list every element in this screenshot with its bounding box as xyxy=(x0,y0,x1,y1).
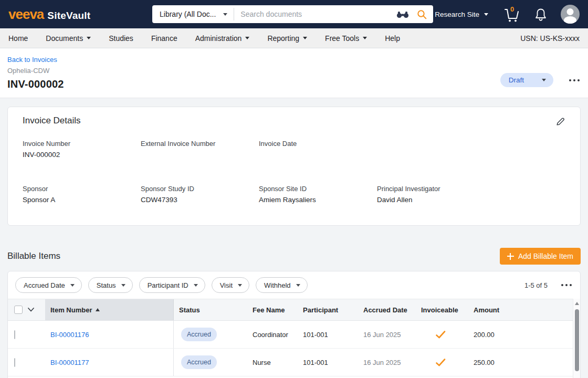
page-content: Invoice Details Invoice Number INV-00000… xyxy=(0,98,588,378)
brand-logo: veeva SiteVault xyxy=(8,7,145,22)
search-scope-label: Library (All Doc... xyxy=(160,10,216,18)
user-avatar[interactable] xyxy=(561,5,580,24)
cart-count-badge: 0 xyxy=(510,5,514,13)
item-number-link[interactable]: BI-00001177 xyxy=(50,359,89,366)
back-to-invoices-link[interactable]: Back to Invoices xyxy=(7,56,57,64)
pencil-icon xyxy=(555,117,565,127)
column-header-item-number[interactable]: Item Number xyxy=(45,299,174,320)
scrollbar-up-arrow[interactable] xyxy=(575,302,579,305)
filter-status[interactable]: Status xyxy=(88,277,133,293)
filter-participant-id[interactable]: Participant ID xyxy=(139,277,205,293)
plus-icon xyxy=(507,253,514,260)
table-row[interactable]: BI-00001177 Accrued Nurse 101-001 16 Jun… xyxy=(8,349,580,376)
column-header-participant[interactable]: Participant xyxy=(298,299,358,320)
nav-item-documents[interactable]: Documents xyxy=(46,34,91,43)
field-sponsor-site-id: Sponsor Site ID Amiem Raysaliers xyxy=(259,185,377,204)
invoice-fields-row-1: Invoice Number INV-000002 External Invoi… xyxy=(23,140,565,159)
study-name: Ophelia-CDW xyxy=(7,67,581,75)
chevron-down-icon xyxy=(484,13,488,16)
nav-item-studies[interactable]: Studies xyxy=(109,34,133,43)
search-input[interactable] xyxy=(234,10,392,18)
search-icon xyxy=(417,9,427,19)
chevron-down-icon xyxy=(542,79,546,81)
filter-accrued-date[interactable]: Accrued Date xyxy=(15,277,82,293)
edit-invoice-button[interactable] xyxy=(555,117,565,127)
search-scope-dropdown[interactable]: Library (All Doc... xyxy=(152,5,234,23)
accrued-date-cell: 16 Jun 2025 xyxy=(358,359,416,366)
field-invoice-date: Invoice Date xyxy=(259,140,377,159)
table-filter-row: Accrued Date Status Participant ID Visit… xyxy=(8,271,580,299)
record-header: Back to Invoices Ophelia-CDW INV-000002 … xyxy=(0,48,588,98)
chevron-down-icon xyxy=(70,284,75,287)
chevron-down-icon xyxy=(87,37,91,39)
chevron-down-icon xyxy=(223,13,227,16)
invoiceable-check-icon xyxy=(436,331,446,339)
nav-item-reporting[interactable]: Reporting xyxy=(267,34,307,43)
add-billable-item-button[interactable]: Add Billable Item xyxy=(500,248,581,265)
table-row[interactable]: BI-00001176 Accrued Coordinator 101-001 … xyxy=(8,321,580,349)
nav-item-free-tools[interactable]: Free Tools xyxy=(325,34,367,43)
filter-withheld[interactable]: Withheld xyxy=(256,277,308,293)
chevron-down-icon xyxy=(296,284,300,287)
notifications-button[interactable] xyxy=(534,7,547,22)
field-sponsor-study-id: Sponsor Study ID CDW47393 xyxy=(141,185,259,204)
record-actions-menu[interactable] xyxy=(568,77,581,83)
field-principal-investigator: Principal Investigator David Allen xyxy=(377,185,495,204)
cart-button[interactable]: 0 xyxy=(502,5,521,23)
status-label: Draft xyxy=(509,76,524,84)
chevron-down-icon xyxy=(245,37,249,39)
field-sponsor: Sponsor Sponsor A xyxy=(23,185,141,204)
row-checkbox[interactable] xyxy=(14,358,15,367)
participant-cell: 101-001 xyxy=(298,331,358,339)
chevron-down-icon xyxy=(238,284,242,287)
search-submit-button[interactable] xyxy=(413,5,433,23)
chevron-down-icon[interactable] xyxy=(28,308,34,312)
main-nav: Home Documents Studies Finance Administr… xyxy=(0,28,588,48)
invoice-details-title: Invoice Details xyxy=(23,116,565,126)
usn-label: USN: US-KS-xxxx xyxy=(520,34,580,43)
select-all-checkbox[interactable] xyxy=(14,306,23,314)
veeva-logo: veeva xyxy=(8,7,44,21)
item-number-link[interactable]: BI-00001176 xyxy=(50,331,89,339)
field-external-invoice-number: External Invoice Number xyxy=(141,140,259,159)
table-header-row: Item Number Status Fee Name Participant … xyxy=(8,299,580,321)
top-header: veeva SiteVault Library (All Doc... xyxy=(0,0,588,28)
table-scrollbar[interactable] xyxy=(573,299,580,378)
billable-items-table-card: Accrued Date Status Participant ID Visit… xyxy=(7,271,581,378)
row-checkbox[interactable] xyxy=(14,330,15,339)
sort-ascending-icon xyxy=(96,308,100,311)
sitevault-wordmark: SiteVault xyxy=(47,10,90,22)
field-invoice-number: Invoice Number INV-000002 xyxy=(23,140,141,159)
fee-name-cell: Coordinator xyxy=(247,331,298,339)
status-dropdown[interactable]: Draft xyxy=(500,73,553,87)
invoice-fields-row-2: Sponsor Sponsor A Sponsor Study ID CDW47… xyxy=(23,185,565,204)
status-badge: Accrued xyxy=(181,355,217,369)
page-title: INV-000002 xyxy=(7,78,581,90)
participant-cell: 101-001 xyxy=(298,359,358,366)
accrued-date-cell: 16 Jun 2025 xyxy=(358,331,416,339)
nav-item-finance[interactable]: Finance xyxy=(151,34,177,43)
site-selector-label: Research Site xyxy=(435,10,479,18)
global-search-bar: Library (All Doc... xyxy=(152,5,433,23)
chevron-down-icon xyxy=(194,284,198,287)
nav-item-home[interactable]: Home xyxy=(8,34,28,43)
chevron-down-icon xyxy=(121,284,125,287)
advanced-search-button[interactable] xyxy=(392,5,413,23)
column-header-status[interactable]: Status xyxy=(174,299,247,320)
fee-name-cell: Nurse xyxy=(247,359,298,366)
chevron-down-icon xyxy=(303,37,307,39)
status-badge: Accrued xyxy=(181,328,217,341)
table-actions-menu[interactable] xyxy=(560,282,573,288)
pagination-label: 1-5 of 5 xyxy=(524,281,548,289)
column-header-amount[interactable]: Amount xyxy=(468,299,521,320)
column-header-fee-name[interactable]: Fee Name xyxy=(247,299,298,320)
column-header-invoiceable[interactable]: Invoiceable xyxy=(416,299,468,320)
site-selector[interactable]: Research Site xyxy=(435,10,488,18)
nav-item-help[interactable]: Help xyxy=(385,34,400,43)
column-header-accrued-date[interactable]: Accrued Date xyxy=(358,299,416,320)
nav-item-administration[interactable]: Administration xyxy=(195,34,250,43)
filter-visit[interactable]: Visit xyxy=(212,277,249,293)
chevron-down-icon xyxy=(363,37,367,39)
scrollbar-thumb[interactable] xyxy=(575,309,579,371)
binoculars-icon xyxy=(396,10,410,18)
